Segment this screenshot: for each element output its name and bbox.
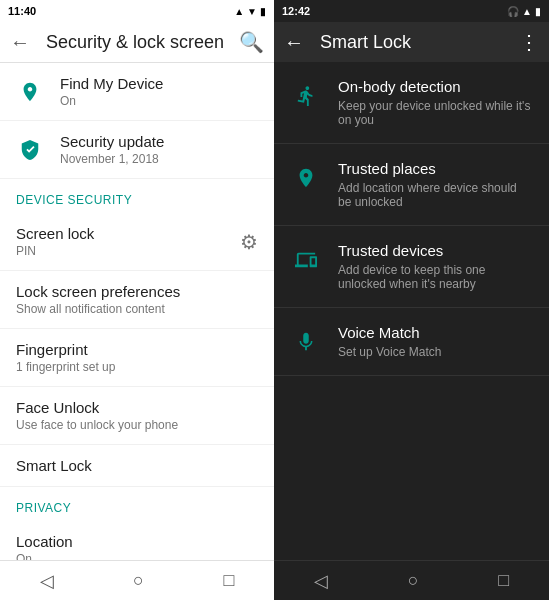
page-title-left: Security & lock screen <box>46 32 239 53</box>
left-content: Find My Device On Security update Novemb… <box>0 63 274 560</box>
security-update-icon <box>16 136 44 164</box>
signal-icon: ▼ <box>247 6 257 17</box>
back-nav-icon-right[interactable]: ◁ <box>314 570 328 592</box>
left-panel: 11:40 ▲ ▼ ▮ ← Security & lock screen 🔍 F… <box>0 0 274 600</box>
security-update-item[interactable]: Security update November 1, 2018 <box>0 121 274 179</box>
back-button-left[interactable]: ← <box>10 31 30 54</box>
recent-nav-icon[interactable]: □ <box>223 570 234 591</box>
battery-icon: ▮ <box>260 6 266 17</box>
nav-bar-right: ◁ ○ □ <box>274 560 549 600</box>
back-nav-icon[interactable]: ◁ <box>40 570 54 592</box>
lock-screen-preferences-item[interactable]: Lock screen preferences Show all notific… <box>0 271 274 329</box>
back-button-right[interactable]: ← <box>284 31 304 54</box>
lock-preferences-subtitle: Show all notification content <box>16 302 258 316</box>
fingerprint-title: Fingerprint <box>16 341 258 358</box>
face-unlock-text: Face Unlock Use face to unlock your phon… <box>16 399 258 432</box>
on-body-detection-icon <box>290 80 322 112</box>
face-unlock-subtitle: Use face to unlock your phone <box>16 418 258 432</box>
trusted-places-text: Trusted places Add location where device… <box>338 160 533 209</box>
status-bar-right: 12:42 🎧 ▲ ▮ <box>274 0 549 22</box>
smart-lock-title: Smart Lock <box>16 457 258 474</box>
screen-lock-gear-icon[interactable]: ⚙ <box>240 230 258 254</box>
trusted-devices-icon <box>290 244 322 276</box>
location-text: Location On <box>16 533 258 560</box>
security-update-text: Security update November 1, 2018 <box>60 133 258 166</box>
time-left: 11:40 <box>8 5 36 17</box>
trusted-places-subtitle: Add location where device should be unlo… <box>338 181 533 209</box>
battery-icon-right: ▮ <box>535 6 541 17</box>
face-unlock-title: Face Unlock <box>16 399 258 416</box>
trusted-devices-item[interactable]: Trusted devices Add device to keep this … <box>274 226 549 308</box>
fingerprint-item[interactable]: Fingerprint 1 fingerprint set up <box>0 329 274 387</box>
on-body-detection-subtitle: Keep your device unlocked while it's on … <box>338 99 533 127</box>
smart-lock-text: Smart Lock <box>16 457 258 474</box>
screen-lock-title: Screen lock <box>16 225 240 242</box>
nav-bar-left: ◁ ○ □ <box>0 560 274 600</box>
right-panel: 12:42 🎧 ▲ ▮ ← Smart Lock ⋮ On-body detec… <box>274 0 549 600</box>
security-update-subtitle: November 1, 2018 <box>60 152 258 166</box>
device-security-header: DEVICE SECURITY <box>0 179 274 213</box>
search-icon[interactable]: 🔍 <box>239 30 264 54</box>
status-icons-left: ▲ ▼ ▮ <box>234 6 266 17</box>
screen-lock-text: Screen lock PIN <box>16 225 240 258</box>
status-icons-right: 🎧 ▲ ▮ <box>507 6 541 17</box>
status-bar-left: 11:40 ▲ ▼ ▮ <box>0 0 274 22</box>
voice-match-subtitle: Set up Voice Match <box>338 345 533 359</box>
find-device-title: Find My Device <box>60 75 258 92</box>
time-right: 12:42 <box>282 5 310 17</box>
more-options-icon[interactable]: ⋮ <box>519 30 539 54</box>
home-nav-icon-right[interactable]: ○ <box>408 570 419 591</box>
trusted-places-item[interactable]: Trusted places Add location where device… <box>274 144 549 226</box>
wifi-icon: ▲ <box>234 6 244 17</box>
voice-match-text: Voice Match Set up Voice Match <box>338 324 533 359</box>
face-unlock-item[interactable]: Face Unlock Use face to unlock your phon… <box>0 387 274 445</box>
location-item[interactable]: Location On <box>0 521 274 560</box>
on-body-detection-title: On-body detection <box>338 78 533 95</box>
voice-match-icon <box>290 326 322 358</box>
fingerprint-subtitle: 1 fingerprint set up <box>16 360 258 374</box>
recent-nav-icon-right[interactable]: □ <box>498 570 509 591</box>
fingerprint-text: Fingerprint 1 fingerprint set up <box>16 341 258 374</box>
page-title-right: Smart Lock <box>320 32 519 53</box>
trusted-places-icon <box>290 162 322 194</box>
location-subtitle: On <box>16 552 258 560</box>
trusted-devices-text: Trusted devices Add device to keep this … <box>338 242 533 291</box>
screen-lock-subtitle: PIN <box>16 244 240 258</box>
on-body-detection-text: On-body detection Keep your device unloc… <box>338 78 533 127</box>
headphone-icon: 🎧 <box>507 6 519 17</box>
voice-match-title: Voice Match <box>338 324 533 341</box>
lock-preferences-title: Lock screen preferences <box>16 283 258 300</box>
find-device-item[interactable]: Find My Device On <box>0 63 274 121</box>
smart-lock-item[interactable]: Smart Lock <box>0 445 274 487</box>
privacy-header: PRIVACY <box>0 487 274 521</box>
top-bar-left: ← Security & lock screen 🔍 <box>0 22 274 63</box>
security-update-title: Security update <box>60 133 258 150</box>
find-device-subtitle: On <box>60 94 258 108</box>
right-content: On-body detection Keep your device unloc… <box>274 62 549 560</box>
screen-lock-item[interactable]: Screen lock PIN ⚙ <box>0 213 274 271</box>
trusted-devices-subtitle: Add device to keep this one unlocked whe… <box>338 263 533 291</box>
top-bar-right: ← Smart Lock ⋮ <box>274 22 549 62</box>
wifi-icon-right: ▲ <box>522 6 532 17</box>
location-title: Location <box>16 533 258 550</box>
on-body-detection-item[interactable]: On-body detection Keep your device unloc… <box>274 62 549 144</box>
lock-preferences-text: Lock screen preferences Show all notific… <box>16 283 258 316</box>
home-nav-icon[interactable]: ○ <box>133 570 144 591</box>
find-device-icon <box>16 78 44 106</box>
voice-match-item[interactable]: Voice Match Set up Voice Match <box>274 308 549 376</box>
find-device-text: Find My Device On <box>60 75 258 108</box>
trusted-devices-title: Trusted devices <box>338 242 533 259</box>
trusted-places-title: Trusted places <box>338 160 533 177</box>
